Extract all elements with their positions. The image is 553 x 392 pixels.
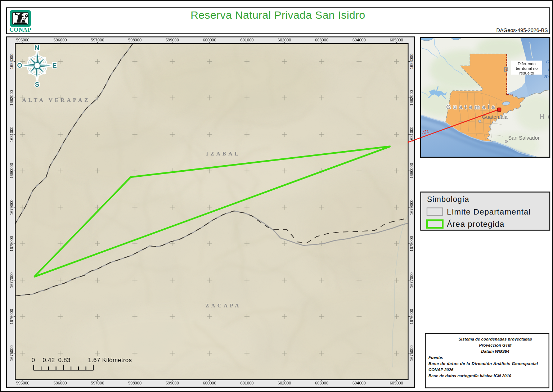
svg-text:600000: 600000	[203, 381, 216, 385]
svg-text:596000: 596000	[53, 381, 67, 385]
svg-text:1681000: 1681000	[9, 126, 14, 142]
svg-text:1682000: 1682000	[9, 90, 14, 105]
svg-text:0.83: 0.83	[58, 357, 70, 364]
svg-text:605000: 605000	[390, 38, 403, 42]
svg-text:604000: 604000	[352, 381, 366, 385]
svg-text:resuelto: resuelto	[520, 71, 534, 75]
svg-text:Sistema de coordenadas proyect: Sistema de coordenadas proyectadas	[458, 337, 532, 341]
svg-text:598000: 598000	[128, 381, 141, 385]
svg-text:1676000: 1676000	[9, 309, 14, 324]
svg-text:G u a t e m a l a: G u a t e m a l a	[446, 104, 495, 110]
svg-text:598000: 598000	[128, 38, 141, 42]
svg-text:Base de datos de la Dirección: Base de datos de la Dirección Análisis G…	[428, 361, 538, 366]
svg-text:1683000: 1683000	[409, 54, 414, 69]
svg-text:1681000: 1681000	[409, 126, 414, 142]
svg-text:1678000: 1678000	[9, 236, 14, 251]
svg-text:S: S	[35, 81, 39, 88]
svg-text:605000: 605000	[390, 381, 403, 385]
svg-text:IZABAL: IZABAL	[206, 150, 240, 157]
svg-text:CONAP 2026: CONAP 2026	[428, 368, 454, 372]
svg-text:595000: 595000	[16, 38, 30, 42]
svg-text:603000: 603000	[315, 38, 328, 42]
svg-text:Datum WGS84: Datum WGS84	[481, 349, 509, 353]
svg-text:1679000: 1679000	[9, 199, 14, 215]
svg-text:B: B	[503, 66, 508, 73]
svg-text:1.67: 1.67	[88, 357, 100, 364]
svg-text:597000: 597000	[91, 38, 104, 42]
svg-text:Fuente:: Fuente:	[428, 355, 443, 360]
svg-text:595000: 595000	[16, 381, 30, 385]
svg-text:1677000: 1677000	[9, 272, 14, 288]
svg-text:603000: 603000	[315, 381, 328, 385]
svg-text:1676000: 1676000	[409, 309, 414, 324]
svg-text:territorial no: territorial no	[516, 66, 538, 71]
svg-text:DAGeos-495-2026-BS: DAGeos-495-2026-BS	[496, 27, 548, 33]
svg-text:Límite Departamental: Límite Departamental	[447, 207, 531, 216]
svg-text:599000: 599000	[166, 38, 179, 42]
svg-text:O: O	[17, 62, 22, 69]
svg-text:596000: 596000	[53, 38, 67, 42]
svg-text:1680000: 1680000	[409, 163, 414, 179]
svg-text:Base de datos cartografía bási: Base de datos cartografía básica IGN 201…	[428, 374, 511, 378]
svg-text:0.42: 0.42	[42, 357, 55, 364]
svg-text:1675000: 1675000	[409, 345, 414, 361]
svg-text:602000: 602000	[278, 381, 291, 385]
svg-text:601000: 601000	[240, 381, 253, 385]
svg-text:599000: 599000	[166, 381, 179, 385]
svg-text:602000: 602000	[278, 38, 291, 42]
svg-text:CONAP: CONAP	[9, 26, 31, 33]
svg-text:ALTA VERAPAZ: ALTA VERAPAZ	[22, 97, 90, 103]
svg-text:597000: 597000	[91, 381, 104, 385]
svg-text:Reserva Natural Privada San Is: Reserva Natural Privada San Isidro	[190, 9, 365, 21]
svg-text:600000: 600000	[203, 38, 216, 42]
svg-text:1680000: 1680000	[9, 163, 14, 179]
svg-text:Área protegida: Área protegida	[447, 220, 504, 229]
svg-text:Proyección GTM: Proyección GTM	[479, 343, 512, 347]
svg-text:1678000: 1678000	[409, 236, 414, 251]
svg-text:N: N	[35, 44, 40, 51]
svg-text:601000: 601000	[240, 38, 253, 42]
svg-text:Kilómetros: Kilómetros	[102, 357, 132, 364]
svg-text:1675000: 1675000	[9, 345, 14, 361]
svg-text:San Salvador: San Salvador	[508, 135, 539, 141]
svg-text:ZACAPA: ZACAPA	[205, 302, 241, 308]
svg-text:1683000: 1683000	[9, 54, 14, 69]
svg-text:Diferendo: Diferendo	[518, 62, 536, 66]
svg-text:E: E	[52, 62, 57, 69]
svg-text:1679000: 1679000	[409, 199, 414, 215]
svg-text:1682000: 1682000	[409, 90, 414, 105]
svg-text:Simbología: Simbología	[427, 195, 469, 204]
svg-text:1677000: 1677000	[409, 272, 414, 288]
svg-text:604000: 604000	[352, 38, 366, 42]
svg-text:0: 0	[31, 357, 35, 364]
svg-text:Guatemala: Guatemala	[482, 114, 508, 120]
